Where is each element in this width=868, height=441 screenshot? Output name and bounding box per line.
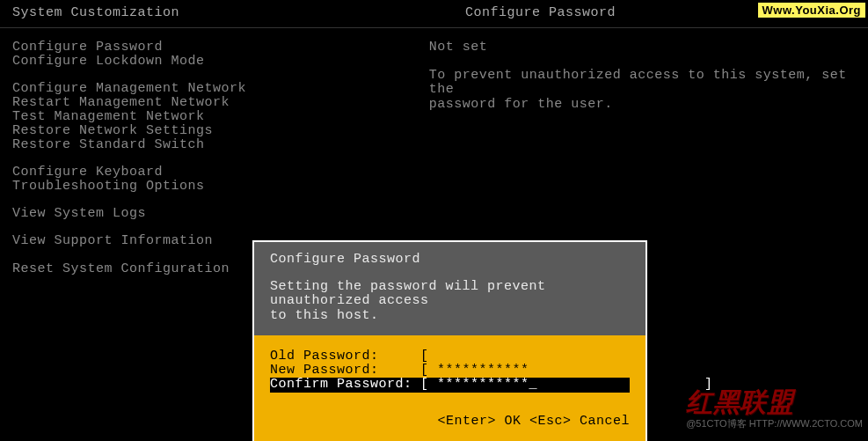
menu-configure-password[interactable]: Configure Password (12, 40, 429, 55)
dialog-header: Configure Password Setting the password … (254, 242, 646, 335)
dialog-desc-line2: to this host. (270, 309, 630, 324)
menu-configure-lockdown-mode[interactable]: Configure Lockdown Mode (12, 55, 429, 69)
menu-view-system-logs[interactable]: View System Logs (12, 207, 429, 221)
configure-password-dialog: Configure Password Setting the password … (252, 240, 647, 441)
header-right-title: Configure Password (465, 5, 616, 20)
dialog-title: Configure Password (270, 253, 630, 268)
header-left-title: System Customization (12, 5, 465, 20)
menu-restart-management-network[interactable]: Restart Management Network (12, 96, 429, 110)
info-desc-line2: password for the user. (429, 98, 856, 113)
menu-restore-standard-switch[interactable]: Restore Standard Switch (12, 138, 429, 152)
info-desc-line1: To prevent unauthorized access to this s… (429, 69, 856, 98)
confirm-password-row[interactable]: Confirm Password: [ ***********_ ] (270, 378, 630, 392)
watermark-bottom-sub: @51CTO博客 HTTP://WWW.2CTO.COM (686, 417, 863, 430)
menu-configure-keyboard[interactable]: Configure Keyboard (12, 165, 429, 180)
menu-restore-network-settings[interactable]: Restore Network Settings (12, 124, 429, 138)
menu-test-management-network[interactable]: Test Management Network (12, 110, 429, 124)
new-password-row[interactable]: New Password: [ *********** ] (270, 364, 630, 378)
header: System Customization Configure Password (0, 0, 868, 28)
dialog-body: Old Password: [ ] New Password: [ ******… (254, 335, 646, 405)
dialog-footer[interactable]: <Enter> OK <Esc> Cancel (254, 405, 646, 441)
menu-configure-management-network[interactable]: Configure Management Network (12, 82, 429, 96)
info-status: Not set (429, 40, 856, 55)
old-password-row[interactable]: Old Password: [ ] (270, 349, 630, 364)
menu-troubleshooting-options[interactable]: Troubleshooting Options (12, 180, 429, 194)
watermark-top: Www.YouXia.Org (757, 2, 866, 18)
dialog-desc-line1: Setting the password will prevent unauth… (270, 280, 630, 309)
